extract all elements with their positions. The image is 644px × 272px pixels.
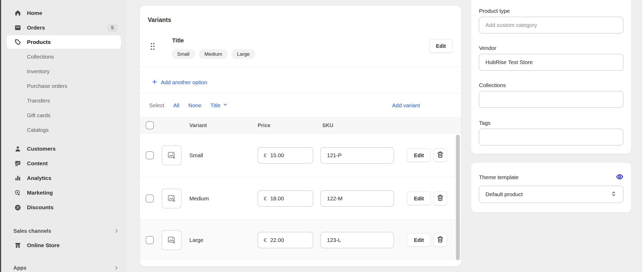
row-edit-button[interactable]: Edit [407,192,431,206]
product-organization-card: Product type Vendor Collections Tags [471,0,631,154]
price-input[interactable] [270,152,302,158]
sku-input[interactable] [327,152,385,158]
variants-card-title: Variants [148,16,171,24]
sku-field[interactable] [320,232,394,248]
sidebar-item-marketing[interactable]: Marketing [1,185,126,200]
sidebar: Home Orders 5 Products Collections Inven… [1,0,126,272]
option-value-chip: Medium [199,49,228,59]
trash-icon [436,151,444,160]
theme-template-label: Theme template [479,174,519,180]
sidebar-section-sales-channels[interactable]: Sales channels [1,224,126,238]
option-value-chip: Small [172,49,195,59]
price-field[interactable]: € [258,232,313,248]
bar-chart-icon [14,175,21,182]
sidebar-item-customers[interactable]: Customers [1,141,126,156]
add-image-placeholder[interactable] [162,189,182,208]
price-input[interactable] [270,195,302,202]
variant-row: Large € Edit [140,220,461,260]
orders-count-badge: 5 [107,24,118,32]
variant-row: Medium € Edit [140,178,461,220]
price-field[interactable]: € [258,190,313,207]
select-all-checkbox[interactable] [146,121,154,129]
sidebar-item-discounts[interactable]: Discounts [1,200,126,215]
chevron-right-icon [114,265,119,271]
row-checkbox[interactable] [146,236,154,244]
add-another-option-button[interactable]: Add another option [152,77,207,88]
currency-symbol: € [264,196,267,202]
sidebar-item-content[interactable]: Content [1,156,126,171]
row-checkbox[interactable] [146,195,154,203]
option-edit-button[interactable]: Edit [429,39,453,53]
orders-icon [14,24,21,31]
eye-icon[interactable] [616,173,623,180]
variants-table-header: Variant Price SKU [140,117,461,133]
column-header-price: Price [258,122,270,128]
percent-badge-icon [14,204,21,211]
sidebar-item-home[interactable]: Home [1,6,126,20]
sku-input[interactable] [327,237,385,243]
sidebar-item-purchase-orders[interactable]: Purchase orders [1,79,126,93]
sidebar-item-label: Products [27,39,51,45]
row-checkbox[interactable] [146,151,154,160]
tags-input[interactable] [479,129,623,145]
vendor-input[interactable] [479,54,623,71]
currency-symbol: € [264,152,267,158]
row-edit-button[interactable]: Edit [407,149,431,162]
price-input[interactable] [270,237,302,243]
sidebar-section-apps[interactable]: Apps [1,260,126,272]
sidebar-item-products-active[interactable]: Products [7,35,121,49]
sku-field[interactable] [320,147,394,163]
sidebar-item-inventory[interactable]: Inventory [1,64,126,79]
add-variant-button[interactable]: Add variant [392,102,420,109]
product-type-input[interactable] [479,17,623,33]
row-edit-button[interactable]: Edit [407,233,431,247]
chevrons-up-down-icon [611,191,617,198]
variant-name: Large [189,237,204,243]
collections-input[interactable] [479,91,623,108]
target-cursor-icon [14,189,21,196]
sidebar-item-analytics[interactable]: Analytics [1,171,126,185]
trash-icon [436,194,444,203]
select-none-button[interactable]: None [188,102,201,109]
select-all-button[interactable]: All [173,102,179,109]
image-icon [14,160,21,167]
sidebar-item-gift-cards[interactable]: Gift cards [1,108,126,123]
row-delete-button[interactable] [433,233,447,247]
column-header-variant: Variant [189,122,207,128]
sidebar-item-catalogs[interactable]: Catalogs [1,123,126,137]
add-image-placeholder[interactable] [162,230,182,250]
row-delete-button[interactable] [433,192,447,206]
variant-name: Small [189,152,203,158]
product-type-label: Product type [479,8,510,14]
sidebar-item-collections[interactable]: Collections [1,49,126,64]
sku-field[interactable] [320,190,394,207]
option-name: Title [172,37,184,44]
theme-template-select[interactable]: Default product [479,186,623,203]
sidebar-item-orders[interactable]: Orders 5 [1,20,126,35]
home-icon [14,10,21,16]
tag-icon [14,39,21,46]
vendor-label: Vendor [479,45,496,51]
main-content: Variants Title Small Medium Large Edit A… [126,0,642,272]
drag-handle-icon[interactable] [150,43,155,52]
select-group-dropdown[interactable]: Title [210,102,228,109]
add-image-placeholder[interactable] [162,145,182,165]
option-value-chip: Large [231,49,255,59]
collections-label: Collections [479,82,506,88]
selection-toolbar: Select All None Title Add variant [140,93,461,117]
tags-label: Tags [479,120,490,126]
select-label: Select [149,102,164,109]
price-field[interactable]: € [258,147,313,163]
divider [140,67,461,67]
variant-name: Medium [189,195,209,202]
table-scrollbar[interactable] [456,135,460,260]
sidebar-item-online-store[interactable]: Online Store [1,238,126,253]
browser-scrollbar[interactable] [642,0,644,272]
sidebar-item-transfers[interactable]: Transfers [1,93,126,108]
column-header-sku: SKU [322,122,333,128]
chevron-down-icon [223,102,228,109]
trash-icon [436,236,444,245]
option-values: Small Medium Large [172,49,255,59]
row-delete-button[interactable] [433,149,447,162]
sku-input[interactable] [327,195,385,202]
